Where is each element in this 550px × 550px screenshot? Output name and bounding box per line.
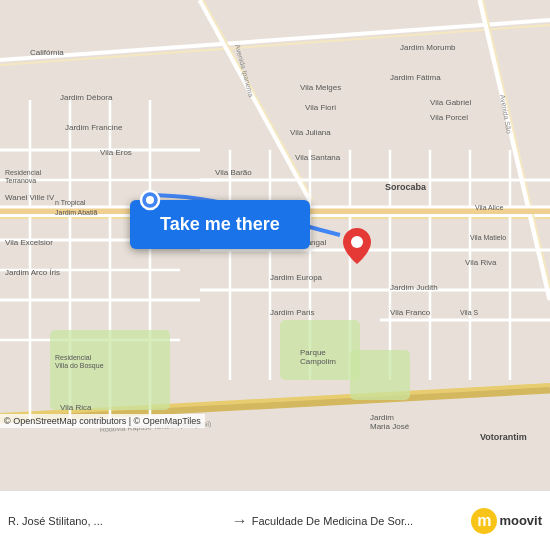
svg-text:Jardim Paris: Jardim Paris — [270, 308, 314, 317]
svg-point-85 — [351, 236, 363, 248]
svg-text:Votorantim: Votorantim — [480, 432, 527, 442]
svg-text:Vila Alice: Vila Alice — [475, 204, 503, 211]
svg-text:Campolim: Campolim — [300, 357, 336, 366]
origin-label: R. José Stilitano, ... — [8, 515, 103, 527]
svg-text:Jardim Francine: Jardim Francine — [65, 123, 123, 132]
moovit-text: moovit — [499, 513, 542, 528]
svg-rect-38 — [50, 330, 170, 410]
destination-marker — [343, 228, 371, 268]
svg-text:Jardim Judith: Jardim Judith — [390, 283, 438, 292]
map-attribution: © OpenStreetMap contributors | © OpenMap… — [0, 414, 205, 428]
svg-text:Vila Matielo: Vila Matielo — [470, 234, 506, 241]
svg-text:Vila Juliana: Vila Juliana — [290, 128, 331, 137]
svg-text:Vila Eros: Vila Eros — [100, 148, 132, 157]
svg-text:Vila Santana: Vila Santana — [295, 153, 341, 162]
svg-text:Jardim Fátima: Jardim Fátima — [390, 73, 441, 82]
svg-text:Vila Franco: Vila Franco — [390, 308, 431, 317]
svg-text:Vila Porcel: Vila Porcel — [430, 113, 468, 122]
svg-text:Vila Excelsior: Vila Excelsior — [5, 238, 53, 247]
svg-text:Residencial: Residencial — [5, 169, 42, 176]
svg-text:Califórnia: Califórnia — [30, 48, 64, 57]
route-arrow: → — [232, 512, 248, 530]
svg-text:Jardim Europa: Jardim Europa — [270, 273, 323, 282]
svg-text:Vila Riva: Vila Riva — [465, 258, 497, 267]
svg-text:Jardim Abatiã: Jardim Abatiã — [55, 209, 98, 216]
svg-point-84 — [146, 196, 154, 204]
svg-text:Vila Melges: Vila Melges — [300, 83, 341, 92]
svg-text:Jardim: Jardim — [370, 413, 394, 422]
origin-marker — [139, 189, 161, 215]
svg-text:Parque: Parque — [300, 348, 326, 357]
map-container: Califórnia Jardim Débora Jardim Francine… — [0, 0, 550, 490]
svg-text:Villa do Bosque: Villa do Bosque — [55, 362, 104, 370]
svg-text:n Tropical: n Tropical — [55, 199, 86, 207]
svg-rect-40 — [350, 350, 410, 400]
moovit-logo: m moovit — [471, 508, 542, 534]
svg-text:Jardim Morumb: Jardim Morumb — [400, 43, 456, 52]
svg-text:Sorocaba: Sorocaba — [385, 182, 427, 192]
svg-text:Wanel Ville IV: Wanel Ville IV — [5, 193, 55, 202]
destination-label: Faculdade De Medicina De Sor... — [252, 515, 413, 527]
svg-text:Jardim Débora: Jardim Débora — [60, 93, 113, 102]
svg-text:Vila S: Vila S — [460, 309, 478, 316]
svg-text:Vila Barão: Vila Barão — [215, 168, 252, 177]
origin-route-item: R. José Stilitano, ... — [8, 515, 228, 527]
bottom-bar: R. José Stilitano, ... → Faculdade De Me… — [0, 490, 550, 550]
svg-text:Terranova: Terranova — [5, 177, 36, 184]
svg-text:Vila Fiori: Vila Fiori — [305, 103, 336, 112]
svg-text:Vila Rica: Vila Rica — [60, 403, 92, 412]
moovit-m-icon: m — [471, 508, 497, 534]
destination-route-item: Faculdade De Medicina De Sor... — [252, 515, 472, 527]
svg-text:Maria José: Maria José — [370, 422, 410, 431]
svg-text:Residencial: Residencial — [55, 354, 92, 361]
svg-text:Jardim Arco Íris: Jardim Arco Íris — [5, 268, 60, 277]
svg-text:Vila Gabriel: Vila Gabriel — [430, 98, 471, 107]
